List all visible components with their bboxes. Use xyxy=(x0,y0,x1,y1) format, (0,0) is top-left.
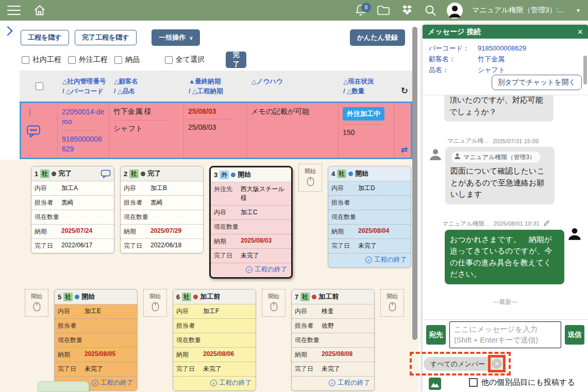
card-row: 現在数量 xyxy=(31,210,114,225)
card-status: 開始 xyxy=(355,169,368,178)
table-row[interactable]: 22050014-demo 9185000008629 竹下金属 様 シャフト … xyxy=(20,101,412,159)
recipient-button[interactable]: 宛先 xyxy=(426,325,446,345)
home-icon[interactable] xyxy=(33,4,46,17)
user-menu-label[interactable]: マニュアル権限（管理3）:... xyxy=(472,6,564,15)
next-row-card-partial[interactable] xyxy=(38,381,89,392)
quantity-value: 150 xyxy=(343,128,390,137)
management-no-link[interactable]: 22050014-demo xyxy=(62,108,105,126)
row-checkbox[interactable] xyxy=(29,108,30,117)
close-icon[interactable]: × xyxy=(577,27,583,37)
card-row-label: 内容 xyxy=(331,184,358,193)
card-row: 内容加工F xyxy=(173,304,256,319)
column-header-4[interactable]: △ノウハウ xyxy=(248,71,340,101)
header-line2: / △数量 xyxy=(343,87,393,96)
card-row-label: 現在数量 xyxy=(331,213,358,221)
end-process-link[interactable]: ✓工程の終了 xyxy=(211,263,291,277)
bulk-action-button[interactable]: 一括操作∨ xyxy=(152,29,200,46)
card-row-label: 現在数量 xyxy=(295,336,322,345)
filter-option-1[interactable]: 社内工程 xyxy=(22,55,61,64)
info-label: 品名： xyxy=(429,64,478,75)
hide-process-button[interactable]: 工程を隠す xyxy=(21,30,69,45)
chevron-down-icon[interactable]: ▼ xyxy=(576,8,581,13)
edit-pencil-icon[interactable] xyxy=(544,220,550,227)
card-row-label: 担当者 xyxy=(58,321,85,330)
process-board: 1社完了内容加工A担当者黒崎現在数量納期2025/07/24完了日2022/06… xyxy=(0,160,418,392)
folder-icon[interactable] xyxy=(376,4,391,16)
start-drop-zone[interactable]: 開始 xyxy=(143,289,167,317)
checkbox-icon[interactable] xyxy=(165,56,173,64)
column-header-5[interactable]: △現在状況/ △数量 xyxy=(340,71,396,101)
post-other-label: 他の個別品目にも投稿する xyxy=(481,378,575,387)
card-status: 完了 xyxy=(147,169,161,178)
start-drop-zone[interactable]: 開始 xyxy=(380,289,404,317)
process-card-4[interactable]: 4社開始内容加工D担当者現在数量納期2025/08/04完了日未完了✓工程の終了 xyxy=(328,166,411,268)
refresh-icon[interactable]: ↻ xyxy=(401,84,408,98)
end-process-link[interactable]: ✓工程の終了 xyxy=(173,377,256,390)
process-card-2[interactable]: 2社完了内容加工B担当者黒崎現在数量納期2025/07/29完了日2022/06… xyxy=(120,166,204,253)
checkbox-icon[interactable] xyxy=(22,56,29,64)
chip-remove-icon[interactable]: × xyxy=(492,359,502,369)
image-attach-icon[interactable] xyxy=(429,378,441,390)
info-label: 顧客名： xyxy=(429,54,478,64)
checkbox-icon[interactable] xyxy=(68,56,76,64)
filter-option-3[interactable]: 納品 xyxy=(114,55,140,64)
complete-button[interactable]: 完了 xyxy=(226,52,246,68)
start-drop-zone[interactable]: 開始 xyxy=(25,289,48,317)
process-card-7[interactable]: 7社加工前内容検査担当者佐野現在数量納期2025/08/08完了日未完了✓工程の… xyxy=(291,289,375,391)
collapse-chevron-icon[interactable] xyxy=(6,26,13,38)
column-header-2[interactable]: △顧客名/ △品名 xyxy=(111,71,186,101)
barcode-link[interactable]: 9185000008629 xyxy=(62,135,102,153)
checkbox-icon[interactable] xyxy=(114,56,122,64)
post-other-checkbox[interactable] xyxy=(469,378,478,387)
header-line2: / △工程納期 xyxy=(189,87,245,96)
table-header: △社内管理番号/ △バーコード△顧客名/ △品名▲最終納期/ △工程納期△ノウハ… xyxy=(20,71,412,101)
start-drop-zone[interactable]: 開始 xyxy=(298,164,322,192)
post-to-other-items[interactable]: 他の個別品目にも投稿する xyxy=(469,378,575,387)
card-row: 完了日未完了 xyxy=(328,239,411,253)
scrollbar-thumb[interactable] xyxy=(412,27,417,340)
column-header-1[interactable]: △社内管理番号/ △バーコード xyxy=(59,71,111,101)
dropbox-icon[interactable] xyxy=(400,4,414,16)
start-drop-zone[interactable]: 開始 xyxy=(262,289,285,317)
process-card-3[interactable]: 3外開始外注先西大阪スチール様内容加工C現在数量納期2025/08/03完了日未… xyxy=(209,166,293,279)
filter-option-4[interactable]: 全て選択 xyxy=(165,55,205,64)
app-screen: 8 xyxy=(0,0,588,392)
select-all-checkbox[interactable] xyxy=(20,71,59,101)
card-row: 納期2025/08/08 xyxy=(292,348,374,362)
card-row-label: 納期 xyxy=(124,227,150,236)
card-row-label: 内容 xyxy=(35,184,61,193)
process-card-6[interactable]: 6社加工前内容加工F担当者現在数量納期2025/08/06完了日未完了✓工程の終… xyxy=(173,289,256,391)
process-card-5[interactable]: 5社開始内容加工E担当者現在数量納期2025/08/05完了日未完了✓工程の終了 xyxy=(54,289,138,391)
open-chat-tab-button[interactable]: 別タブでチャットを開く xyxy=(492,75,582,90)
end-process-link[interactable]: ✓工程の終了 xyxy=(292,377,374,390)
header-line2: / △品名 xyxy=(114,87,182,96)
search-icon[interactable] xyxy=(424,4,438,18)
panel-scrollbar-thumb[interactable] xyxy=(583,56,587,84)
card-row-value: 未完了 xyxy=(322,365,340,373)
easy-register-button[interactable]: かんたん登録 xyxy=(350,29,405,46)
swap-icon[interactable]: ⇄ xyxy=(401,145,408,155)
hide-completed-button[interactable]: 完了工程を隠す xyxy=(75,30,137,45)
end-process-label: 工程の終了 xyxy=(338,379,370,387)
avatar[interactable] xyxy=(447,3,463,19)
send-button[interactable]: 送信 xyxy=(565,325,584,345)
drop-zone-label: 開始 xyxy=(387,293,398,300)
card-row-value: 2025/07/29 xyxy=(150,227,181,236)
message-line: おつかれさまです。 納期が迫ってきているのですが、今の仕事の進み具合を教えてくだ… xyxy=(429,230,582,284)
menu-icon[interactable] xyxy=(7,6,21,15)
chat-bubble-icon[interactable] xyxy=(100,169,111,178)
bell-icon[interactable]: 8 xyxy=(355,4,367,17)
message-input[interactable] xyxy=(449,321,561,348)
card-status: 完了 xyxy=(58,169,72,178)
filter-option-2[interactable]: 外注工程 xyxy=(68,55,108,64)
card-status: 加工前 xyxy=(200,292,220,301)
card-header: 1社完了 xyxy=(31,166,114,181)
column-header-3[interactable]: ▲最終納期/ △工程納期 xyxy=(186,71,248,101)
message-bubble: マニュアル権限（管理3）図面について確認したいことがあるので至急連絡お願いします xyxy=(445,147,555,204)
process-card-1[interactable]: 1社完了内容加工A担当者黒崎現在数量納期2025/07/24完了日2022/06… xyxy=(31,166,114,253)
card-row-label: 納期 xyxy=(176,350,203,359)
chat-bubble-icon[interactable] xyxy=(26,125,57,140)
end-process-link[interactable]: ✓工程の終了 xyxy=(328,253,411,267)
card-row: 完了日未完了 xyxy=(55,362,137,377)
sender-avatar xyxy=(429,148,442,163)
